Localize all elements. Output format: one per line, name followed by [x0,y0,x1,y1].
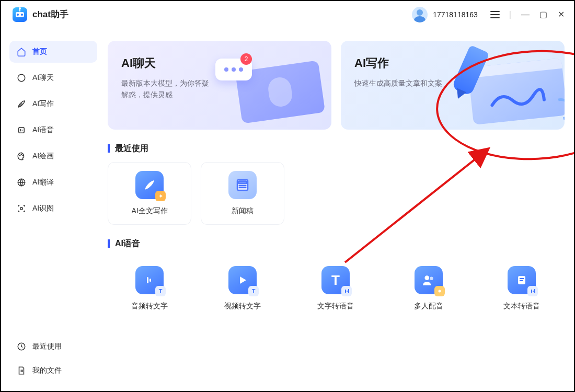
avatar [412,7,428,22]
tile-label: 文字转语音 [317,302,354,311]
sidebar-item-voice[interactable]: AI语音 [9,119,97,141]
tile-label: 多人配音 [414,302,443,311]
section-recent: 最近使用 ✦ AI全文写作 新闻稿 [108,144,565,225]
sidebar-item-label: 最近使用 [32,342,62,351]
news-icon [228,171,257,199]
feather-icon: ✦ [135,171,164,199]
hero-card-write[interactable]: AI写作 快速生成高质量文章和文案 [341,41,565,130]
home-icon [17,47,26,56]
title-bar: chat助手 17718118163 | — ▢ ✕ [1,1,574,28]
sidebar-item-label: AI写作 [32,99,54,109]
svg-point-15 [424,275,429,280]
tile-multi-dub[interactable]: 多人配音 [387,257,470,320]
sidebar-item-label: AI聊天 [32,73,54,83]
svg-point-2 [19,155,20,156]
tile-text-to-speech[interactable]: 文本转语音 [480,257,564,320]
text-badge-icon: T [248,286,259,296]
svg-marker-14 [240,276,246,284]
svg-point-6 [20,207,23,210]
chat-icon [17,73,26,83]
minimize-button[interactable]: — [521,10,530,19]
sidebar-item-chat[interactable]: AI聊天 [9,67,97,89]
sidebar: 首页 AI聊天 AI写作 AI语音 AI绘画 [1,28,106,391]
sidebar-item-label: 我的文件 [32,366,62,375]
close-button[interactable]: ✕ [556,9,566,19]
svg-rect-20 [520,280,523,281]
user-chip[interactable]: 17718118163 [412,7,478,22]
tile-label: 视频转文字 [224,302,261,311]
history-icon [17,342,26,351]
tile-label: 音频转文字 [131,302,168,311]
wave-badge-icon [527,286,538,296]
svg-point-3 [21,154,22,155]
sidebar-item-home[interactable]: 首页 [9,41,97,63]
scan-icon [17,204,26,213]
user-id: 17718118163 [433,10,478,19]
text-icon: T [321,266,350,294]
maximize-button[interactable]: ▢ [538,9,548,19]
badge-icon: ✦ [155,191,166,201]
svg-rect-9 [239,181,247,184]
sidebar-item-label: AI绘画 [32,152,54,161]
section-voice: AI语音 T 音频转文字 T 视频转文字 [108,239,565,320]
sidebar-item-draw[interactable]: AI绘画 [9,145,97,167]
hero-card-chat[interactable]: AI聊天 最新版本大模型，为你答疑解惑，提供灵感 2 [108,41,331,130]
svg-rect-13 [150,279,151,282]
svg-rect-12 [147,277,148,283]
translate-icon [17,178,26,187]
svg-point-4 [22,155,24,156]
tile-ai-full-writing[interactable]: ✦ AI全文写作 [108,162,191,225]
tile-audio-to-text[interactable]: T 音频转文字 [108,257,191,320]
svg-point-17 [439,290,441,293]
document-icon [508,266,536,294]
sidebar-item-label: 首页 [32,47,47,56]
tile-news-draft[interactable]: 新闻稿 [201,162,284,225]
sidebar-item-recent[interactable]: 最近使用 [9,337,97,356]
hero-write-illustration [439,53,559,126]
app-icon [13,7,27,22]
file-icon [17,366,26,375]
tile-label: AI全文写作 [131,206,167,216]
hero-subtitle: 快速生成高质量文章和文案 [354,77,443,89]
hero-chat-illustration: 2 [212,59,322,121]
voice-icon [17,125,26,135]
text-badge-icon: T [155,286,166,296]
svg-point-16 [430,277,433,281]
sidebar-item-label: AI语音 [32,125,54,135]
video-icon: T [228,266,257,294]
sidebar-item-vision[interactable]: AI识图 [9,198,97,220]
tile-text-to-voice[interactable]: T 文字转语音 [294,257,377,320]
wave-badge-icon [341,286,352,296]
hamburger-menu-button[interactable] [490,11,500,18]
tile-label: 新闻稿 [232,206,254,216]
people-icon [415,266,443,294]
sidebar-item-label: AI识图 [32,204,54,213]
sidebar-item-translate[interactable]: AI翻译 [9,171,97,193]
svg-rect-19 [520,278,524,279]
section-title: 最近使用 [108,144,565,153]
sidebar-item-label: AI翻译 [32,178,54,187]
svg-rect-1 [19,128,25,133]
hero-subtitle: 最新版本大模型，为你答疑解惑，提供灵感 [121,77,210,101]
sidebar-item-write[interactable]: AI写作 [9,93,97,115]
palette-icon [17,152,26,161]
audio-icon: T [135,266,164,294]
feather-icon [17,99,26,109]
mic-badge-icon [434,286,445,296]
sidebar-item-files[interactable]: 我的文件 [9,361,97,381]
tile-video-to-text[interactable]: T 视频转文字 [201,257,284,320]
main-content: AI聊天 最新版本大模型，为你答疑解惑，提供灵感 2 AI写作 快速生成高质量文… [106,28,574,391]
section-title: AI语音 [108,239,565,248]
tile-label: 文本转语音 [503,302,540,311]
notification-badge: 2 [240,53,252,65]
app-title: chat助手 [32,8,68,20]
